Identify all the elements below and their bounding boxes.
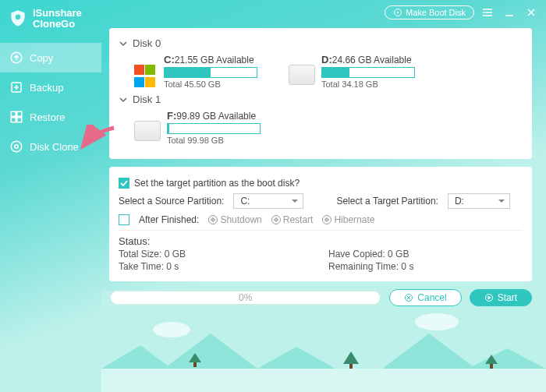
sidebar-item-copy[interactable]: Copy [0,43,101,72]
radio-hibernate[interactable]: Hibernate [322,214,374,225]
radio-shutdown[interactable]: Shutdown [208,214,261,225]
windows-icon [134,65,158,88]
partition-f[interactable]: F:99.89 GB Available Total 99.98 GB [134,110,261,145]
target-value: D: [455,196,464,207]
sidebar: iSunshareCloneGo Copy Backup Restore Dis… [0,0,101,392]
usage-bar [164,67,257,78]
svg-rect-4 [349,364,353,369]
svg-point-11 [397,12,399,13]
radio-label: Hibernate [334,214,374,225]
chevron-down-icon [119,39,128,48]
svg-point-10 [394,9,401,16]
svg-rect-16 [17,112,22,117]
drive-icon [134,121,161,141]
usage-bar [167,123,261,134]
partition-d[interactable]: D:24.66 GB Available Total 34.18 GB [289,54,415,89]
target-partition-select[interactable]: D: [448,193,510,209]
partition-title: F:99.89 GB Available [167,110,261,122]
close-icon [526,7,537,18]
svg-rect-6 [490,364,493,369]
radio-label: Restart [283,214,314,225]
after-finished-label: After Finished: [139,214,199,225]
partition-total: Total 99.98 GB [167,136,261,145]
sidebar-item-label: Disk Clone [30,141,79,153]
svg-point-12 [16,14,21,19]
logo-line1: iSunshare [33,8,82,19]
svg-point-20 [15,145,19,149]
boot-checkbox-label: Set the target partition as the boot dis… [134,178,300,189]
make-boot-disk-button[interactable]: Make Boot Disk [385,5,474,19]
close-button[interactable] [523,5,540,20]
progress-bar: 0% [109,290,381,305]
restore-icon [9,110,23,124]
sidebar-item-label: Restore [30,111,66,123]
partition-title: D:24.66 GB Available [321,54,415,65]
menu-button[interactable] [479,5,496,20]
disk-0-header[interactable]: Disk 0 [119,37,523,49]
progress-label: 0% [239,292,252,303]
menu-icon [481,6,494,19]
svg-point-8 [415,313,459,330]
boot-checkbox[interactable] [119,178,129,189]
status-total-size: Total Size: 0 GB [119,249,313,260]
options-panel: Set the target partition as the boot dis… [109,167,532,281]
svg-rect-2 [193,362,197,367]
sidebar-item-backup[interactable]: Backup [0,72,101,102]
drive-icon [289,65,315,85]
usage-bar [321,67,415,78]
after-finished-checkbox[interactable] [119,214,129,225]
sidebar-item-label: Copy [30,52,53,64]
source-label: Select a Source Partition: [119,196,224,207]
start-button[interactable]: Start [470,289,532,306]
backup-icon [9,80,23,94]
source-partition-select[interactable]: C: [233,193,303,209]
partition-c[interactable]: C:21.55 GB Available Total 45.50 GB [134,54,257,89]
logo-line2: CloneGo [33,19,82,30]
boot-label: Make Boot Disk [406,8,466,17]
play-icon [484,293,494,302]
svg-rect-17 [11,118,16,122]
clone-icon [9,139,23,154]
sidebar-item-disk-clone[interactable]: Disk Clone [0,132,101,161]
svg-rect-9 [101,369,546,392]
sidebar-item-restore[interactable]: Restore [0,102,101,132]
minimize-button[interactable] [501,5,518,20]
disk-list-panel: Disk 0 C:21.55 GB Available Total 45.50 … [109,28,532,159]
copy-icon [9,51,23,65]
minimize-icon [504,7,515,18]
svg-point-19 [11,142,22,153]
sidebar-item-label: Backup [30,82,63,94]
disk-1-header[interactable]: Disk 1 [119,94,523,105]
source-value: C: [240,196,250,207]
disk-title: Disk 0 [133,37,161,49]
start-label: Start [498,292,517,303]
cancel-button[interactable]: Cancel [389,289,461,306]
svg-rect-18 [17,118,22,122]
disk-icon [393,8,402,17]
disk-title: Disk 1 [133,94,161,105]
target-label: Select a Target Partition: [336,196,438,207]
radio-restart[interactable]: Restart [271,214,314,225]
partition-total: Total 34.18 GB [321,79,415,89]
footer-bar: 0% Cancel Start [109,289,532,306]
status-take-time: Take Time: 0 s [119,261,313,272]
app-logo: iSunshareCloneGo [0,0,101,43]
chevron-down-icon [119,95,128,104]
radio-label: Shutdown [220,214,261,225]
svg-point-7 [153,322,190,337]
status-title: Status: [119,235,523,247]
status-have-copied: Have Copied: 0 GB [328,249,523,260]
status-remaining: Remaining Time: 0 s [328,261,523,272]
partition-title: C:21.55 GB Available [164,54,257,65]
check-icon [120,179,128,187]
partition-total: Total 45.50 GB [164,79,257,89]
cancel-label: Cancel [417,292,446,303]
cancel-icon [404,293,413,302]
svg-rect-15 [11,112,16,117]
shield-icon [8,9,28,29]
